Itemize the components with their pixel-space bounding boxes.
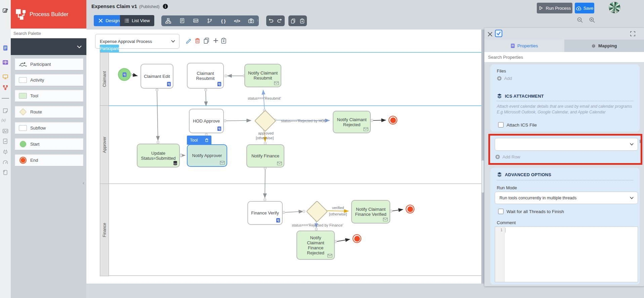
copy-paste-group xyxy=(288,15,307,26)
tab-list-view[interactable]: List View xyxy=(120,15,154,26)
expand-panel-icon[interactable] xyxy=(630,31,636,37)
form-icon xyxy=(276,218,280,223)
user-avatar[interactable]: admin xyxy=(609,2,620,13)
delete-node-icon[interactable] xyxy=(205,138,209,142)
braces-icon[interactable]: { } xyxy=(216,18,230,23)
attach-ics-checkbox[interactable] xyxy=(498,122,504,128)
zoom-out-icon[interactable] xyxy=(577,17,583,23)
edit-process-icon[interactable] xyxy=(186,37,193,45)
delete-process-icon[interactable] xyxy=(194,37,202,45)
copy-icon[interactable] xyxy=(288,18,297,24)
node-notify-approver[interactable]: Notify Approver xyxy=(187,144,227,167)
palette-item-tool[interactable]: Tool xyxy=(15,90,83,102)
comment-editor[interactable]: 1 xyxy=(495,227,638,282)
palette-search-input[interactable] xyxy=(13,29,81,38)
palette-item-subflow[interactable]: Subflow xyxy=(15,122,83,134)
tab-mapping[interactable]: Mapping xyxy=(564,40,644,52)
note-icon[interactable] xyxy=(2,108,8,114)
node-finance-verify[interactable]: Finance Verify xyxy=(247,201,283,225)
node-end-verified[interactable] xyxy=(406,205,414,213)
report-icon[interactable] xyxy=(2,138,8,144)
ics-description: Attach event calendar details that are u… xyxy=(497,104,638,115)
wait-threads-checkbox[interactable] xyxy=(498,209,504,214)
form-icon[interactable] xyxy=(175,18,189,23)
palette-section-header[interactable] xyxy=(11,38,86,55)
node-start[interactable] xyxy=(118,68,131,81)
variable-icon[interactable]: {x} xyxy=(1,118,6,122)
palette-item-start[interactable]: Start xyxy=(15,138,83,150)
plugin-icon[interactable] xyxy=(2,149,8,155)
node-notify-claimant-finance-verified[interactable]: Notify Claimant Finance Verified xyxy=(351,200,390,224)
lane-header-approver[interactable]: Approver xyxy=(100,105,109,184)
lane-header-claimant[interactable]: Claimant xyxy=(100,52,109,106)
chevron-down-icon xyxy=(630,143,634,146)
performance-icon[interactable] xyxy=(2,159,8,165)
panel-tabs: Properties Mapping xyxy=(484,40,644,52)
branch-icon[interactable] xyxy=(203,18,216,23)
email-icon xyxy=(363,127,368,131)
code-icon[interactable]: </> xyxy=(230,18,244,23)
palette-item-end[interactable]: End xyxy=(15,154,83,166)
node-end-rejected[interactable] xyxy=(389,116,397,125)
userview-builder-icon[interactable] xyxy=(2,74,8,80)
canvas-scrollbar-thumb[interactable] xyxy=(482,160,484,193)
node-claimant-resubmit[interactable]: Claimant Resubmit xyxy=(187,63,224,89)
node-claimant-edit[interactable]: Claimant Edit xyxy=(140,64,173,89)
form-icon xyxy=(217,82,222,87)
run-process-button[interactable]: Run Process xyxy=(537,3,572,13)
run-mode-select[interactable]: Run tools concurrently in multiple threa… xyxy=(495,192,638,204)
copy-process-icon[interactable] xyxy=(203,37,210,45)
org-chart-icon[interactable] xyxy=(161,18,175,24)
add-file-button[interactable]: Add xyxy=(497,76,512,81)
pool-tab[interactable]: Participant xyxy=(100,45,119,52)
chevron-down-icon xyxy=(77,45,82,48)
edit-icon[interactable] xyxy=(2,7,8,13)
lane-header-finance[interactable]: Finance xyxy=(100,184,109,276)
brand-header: Process Builder xyxy=(11,0,86,29)
run-mode-label: Run Mode xyxy=(497,185,517,190)
node-notify-finance[interactable]: Notify Finance xyxy=(246,144,284,167)
node-update-status[interactable]: Update Status=Submitted xyxy=(137,144,180,167)
panel-resize-handle[interactable] xyxy=(481,30,484,284)
wait-threads-row: Wait for all Threads to Finish xyxy=(498,209,564,214)
palette-item-route[interactable]: Route xyxy=(15,106,83,118)
node-notify-claimant-resubmit[interactable]: Notify Claimant Resubmit xyxy=(244,64,281,87)
log-icon[interactable] xyxy=(2,169,8,176)
node-notify-claimant-rejected[interactable]: Notify Claimant Rejected xyxy=(333,111,371,133)
tab-design[interactable]: Design xyxy=(94,15,124,26)
add-process-icon[interactable] xyxy=(212,37,220,45)
delete-row-icon[interactable] xyxy=(639,139,643,144)
undo-icon[interactable] xyxy=(266,18,275,23)
comment-label: Comment xyxy=(497,220,516,225)
selected-element-checkbox-icon xyxy=(495,30,502,37)
palette-item-activity[interactable]: Activity xyxy=(15,74,83,86)
process-builder-icon[interactable] xyxy=(2,85,8,91)
screenshot-icon[interactable] xyxy=(244,18,258,24)
media-icon[interactable] xyxy=(2,128,8,134)
paste-icon[interactable] xyxy=(297,18,307,24)
left-icon-strip: {x} xyxy=(0,0,11,298)
palette-item-participant[interactable]: Participant xyxy=(15,58,83,70)
form-builder-icon[interactable] xyxy=(2,45,8,51)
save-button[interactable]: Save xyxy=(575,3,594,13)
end-icon xyxy=(19,157,27,164)
palette-list: Participant Activity Tool Route Subflow … xyxy=(11,55,86,298)
email-icon xyxy=(327,254,332,258)
add-icon xyxy=(495,154,500,159)
node-end-finance-rejected[interactable] xyxy=(353,234,361,243)
node-hod-approve[interactable]: HOD Approve xyxy=(189,109,224,133)
redo-icon[interactable] xyxy=(275,18,284,23)
properties-search-input[interactable] xyxy=(487,52,637,62)
ics-file-select[interactable] xyxy=(495,138,638,151)
toolbar-more-icon[interactable]: › xyxy=(257,17,258,23)
add-row-button[interactable]: Add Row xyxy=(495,154,520,159)
node-notify-claimant-finance-rejected[interactable]: Notify Claimant Finance Rejected xyxy=(296,231,335,260)
paste-process-icon[interactable] xyxy=(220,37,228,45)
close-icon[interactable] xyxy=(487,32,493,37)
zoom-in-icon[interactable] xyxy=(589,17,595,23)
datalist-builder-icon[interactable] xyxy=(2,59,8,65)
info-icon[interactable] xyxy=(163,4,168,9)
tab-properties[interactable]: Properties xyxy=(484,40,564,52)
image-icon[interactable] xyxy=(189,18,203,23)
collapse-palette-icon[interactable]: ‹ xyxy=(83,180,84,186)
